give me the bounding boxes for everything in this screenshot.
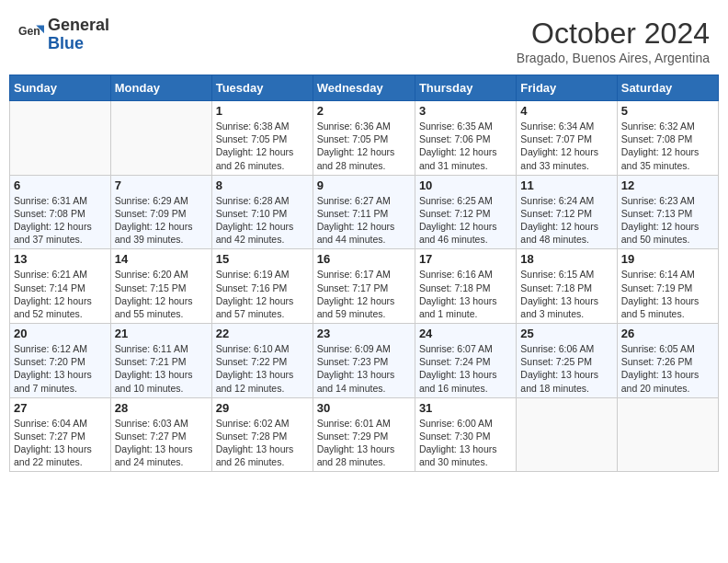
calendar-table: SundayMondayTuesdayWednesdayThursdayFrid… xyxy=(9,75,719,472)
calendar-cell: 20Sunrise: 6:12 AM Sunset: 7:20 PM Dayli… xyxy=(10,324,111,398)
day-number: 23 xyxy=(317,327,411,340)
calendar-cell: 21Sunrise: 6:11 AM Sunset: 7:21 PM Dayli… xyxy=(110,324,211,398)
calendar-cell xyxy=(617,397,718,472)
calendar-cell: 12Sunrise: 6:23 AM Sunset: 7:13 PM Dayli… xyxy=(617,175,718,249)
day-header-tuesday: Tuesday xyxy=(211,75,313,101)
day-info: Sunrise: 6:29 AM Sunset: 7:09 PM Dayligh… xyxy=(115,195,193,246)
day-info: Sunrise: 6:38 AM Sunset: 7:05 PM Dayligh… xyxy=(216,121,294,171)
week-row-1: 1Sunrise: 6:38 AM Sunset: 7:05 PM Daylig… xyxy=(10,101,719,176)
day-number: 16 xyxy=(317,252,411,266)
calendar-body: 1Sunrise: 6:38 AM Sunset: 7:05 PM Daylig… xyxy=(10,101,719,472)
page-header: Gen General Blue October 2024 Bragado, B… xyxy=(9,9,719,69)
day-info: Sunrise: 6:16 AM Sunset: 7:18 PM Dayligh… xyxy=(419,269,497,319)
day-number: 2 xyxy=(317,104,411,118)
calendar-cell: 19Sunrise: 6:14 AM Sunset: 7:19 PM Dayli… xyxy=(617,249,718,324)
day-info: Sunrise: 6:32 AM Sunset: 7:08 PM Dayligh… xyxy=(621,121,700,171)
day-header-friday: Friday xyxy=(517,75,617,101)
day-info: Sunrise: 6:28 AM Sunset: 7:10 PM Dayligh… xyxy=(216,195,294,246)
day-number: 17 xyxy=(419,252,512,266)
calendar-cell: 17Sunrise: 6:16 AM Sunset: 7:18 PM Dayli… xyxy=(415,249,516,324)
calendar-cell xyxy=(10,101,111,176)
calendar-cell: 10Sunrise: 6:25 AM Sunset: 7:12 PM Dayli… xyxy=(415,175,516,249)
calendar-cell: 16Sunrise: 6:17 AM Sunset: 7:17 PM Dayli… xyxy=(313,249,415,324)
calendar-cell: 31Sunrise: 6:00 AM Sunset: 7:30 PM Dayli… xyxy=(415,397,516,472)
day-header-saturday: Saturday xyxy=(617,75,718,101)
day-number: 30 xyxy=(317,401,411,415)
day-number: 3 xyxy=(419,104,512,118)
calendar-cell: 11Sunrise: 6:24 AM Sunset: 7:12 PM Dayli… xyxy=(517,175,617,249)
day-number: 28 xyxy=(115,401,208,415)
day-info: Sunrise: 6:06 AM Sunset: 7:25 PM Dayligh… xyxy=(520,343,598,394)
days-header-row: SundayMondayTuesdayWednesdayThursdayFrid… xyxy=(10,75,719,101)
day-number: 6 xyxy=(14,178,107,192)
week-row-3: 13Sunrise: 6:21 AM Sunset: 7:14 PM Dayli… xyxy=(10,249,719,324)
day-number: 21 xyxy=(115,327,208,340)
calendar-cell: 1Sunrise: 6:38 AM Sunset: 7:05 PM Daylig… xyxy=(211,101,313,176)
day-info: Sunrise: 6:07 AM Sunset: 7:24 PM Dayligh… xyxy=(419,343,497,394)
day-info: Sunrise: 6:27 AM Sunset: 7:11 PM Dayligh… xyxy=(317,195,395,246)
day-info: Sunrise: 6:02 AM Sunset: 7:28 PM Dayligh… xyxy=(216,418,294,468)
week-row-4: 20Sunrise: 6:12 AM Sunset: 7:20 PM Dayli… xyxy=(10,324,719,398)
day-number: 7 xyxy=(115,178,208,192)
day-number: 19 xyxy=(621,252,714,266)
calendar-cell: 26Sunrise: 6:05 AM Sunset: 7:26 PM Dayli… xyxy=(617,324,718,398)
day-info: Sunrise: 6:23 AM Sunset: 7:13 PM Dayligh… xyxy=(621,195,700,246)
day-number: 31 xyxy=(419,401,512,415)
day-info: Sunrise: 6:21 AM Sunset: 7:14 PM Dayligh… xyxy=(14,269,92,319)
day-info: Sunrise: 6:34 AM Sunset: 7:07 PM Dayligh… xyxy=(520,121,598,171)
calendar-cell: 6Sunrise: 6:31 AM Sunset: 7:08 PM Daylig… xyxy=(10,175,111,249)
day-info: Sunrise: 6:05 AM Sunset: 7:26 PM Dayligh… xyxy=(621,343,700,394)
day-info: Sunrise: 6:01 AM Sunset: 7:29 PM Dayligh… xyxy=(317,418,395,468)
day-number: 20 xyxy=(14,327,107,340)
day-number: 4 xyxy=(520,104,612,118)
week-row-2: 6Sunrise: 6:31 AM Sunset: 7:08 PM Daylig… xyxy=(10,175,719,249)
day-number: 11 xyxy=(520,178,612,192)
location: Bragado, Buenos Aires, Argentina xyxy=(517,51,710,65)
day-number: 5 xyxy=(621,104,714,118)
day-number: 25 xyxy=(520,327,612,340)
calendar-cell xyxy=(110,101,211,176)
calendar-cell: 14Sunrise: 6:20 AM Sunset: 7:15 PM Dayli… xyxy=(110,249,211,324)
calendar-cell: 30Sunrise: 6:01 AM Sunset: 7:29 PM Dayli… xyxy=(313,397,415,472)
day-info: Sunrise: 6:14 AM Sunset: 7:19 PM Dayligh… xyxy=(621,269,700,319)
calendar-cell: 7Sunrise: 6:29 AM Sunset: 7:09 PM Daylig… xyxy=(110,175,211,249)
calendar-cell: 28Sunrise: 6:03 AM Sunset: 7:27 PM Dayli… xyxy=(110,397,211,472)
calendar-cell: 4Sunrise: 6:34 AM Sunset: 7:07 PM Daylig… xyxy=(517,101,617,176)
day-header-monday: Monday xyxy=(110,75,211,101)
calendar-cell: 3Sunrise: 6:35 AM Sunset: 7:06 PM Daylig… xyxy=(415,101,516,176)
logo-icon: Gen xyxy=(18,22,44,48)
day-info: Sunrise: 6:00 AM Sunset: 7:30 PM Dayligh… xyxy=(419,418,497,468)
day-number: 24 xyxy=(419,327,512,340)
day-info: Sunrise: 6:36 AM Sunset: 7:05 PM Dayligh… xyxy=(317,121,395,171)
calendar-cell: 15Sunrise: 6:19 AM Sunset: 7:16 PM Dayli… xyxy=(211,249,313,324)
calendar-cell: 13Sunrise: 6:21 AM Sunset: 7:14 PM Dayli… xyxy=(10,249,111,324)
day-info: Sunrise: 6:10 AM Sunset: 7:22 PM Dayligh… xyxy=(216,343,294,394)
day-info: Sunrise: 6:25 AM Sunset: 7:12 PM Dayligh… xyxy=(419,195,497,246)
calendar-cell xyxy=(517,397,617,472)
day-info: Sunrise: 6:35 AM Sunset: 7:06 PM Dayligh… xyxy=(419,121,497,171)
calendar-cell: 27Sunrise: 6:04 AM Sunset: 7:27 PM Dayli… xyxy=(10,397,111,472)
logo-blue: Blue xyxy=(48,35,109,53)
logo-general: General xyxy=(48,17,109,35)
day-header-wednesday: Wednesday xyxy=(313,75,415,101)
calendar-cell: 8Sunrise: 6:28 AM Sunset: 7:10 PM Daylig… xyxy=(211,175,313,249)
day-number: 8 xyxy=(216,178,309,192)
calendar-cell: 18Sunrise: 6:15 AM Sunset: 7:18 PM Dayli… xyxy=(517,249,617,324)
day-info: Sunrise: 6:11 AM Sunset: 7:21 PM Dayligh… xyxy=(115,343,193,394)
calendar-cell: 5Sunrise: 6:32 AM Sunset: 7:08 PM Daylig… xyxy=(617,101,718,176)
day-number: 14 xyxy=(115,252,208,266)
day-info: Sunrise: 6:03 AM Sunset: 7:27 PM Dayligh… xyxy=(115,418,193,468)
day-header-thursday: Thursday xyxy=(415,75,516,101)
day-number: 13 xyxy=(14,252,107,266)
calendar-cell: 23Sunrise: 6:09 AM Sunset: 7:23 PM Dayli… xyxy=(313,324,415,398)
calendar-cell: 22Sunrise: 6:10 AM Sunset: 7:22 PM Dayli… xyxy=(211,324,313,398)
day-info: Sunrise: 6:17 AM Sunset: 7:17 PM Dayligh… xyxy=(317,269,395,319)
month-title: October 2024 xyxy=(517,17,710,51)
day-number: 22 xyxy=(216,327,309,340)
calendar-cell: 25Sunrise: 6:06 AM Sunset: 7:25 PM Dayli… xyxy=(517,324,617,398)
day-header-sunday: Sunday xyxy=(10,75,111,101)
svg-text:Gen: Gen xyxy=(18,25,40,38)
title-block: October 2024 Bragado, Buenos Aires, Arge… xyxy=(517,17,710,65)
week-row-5: 27Sunrise: 6:04 AM Sunset: 7:27 PM Dayli… xyxy=(10,397,719,472)
day-number: 29 xyxy=(216,401,309,415)
